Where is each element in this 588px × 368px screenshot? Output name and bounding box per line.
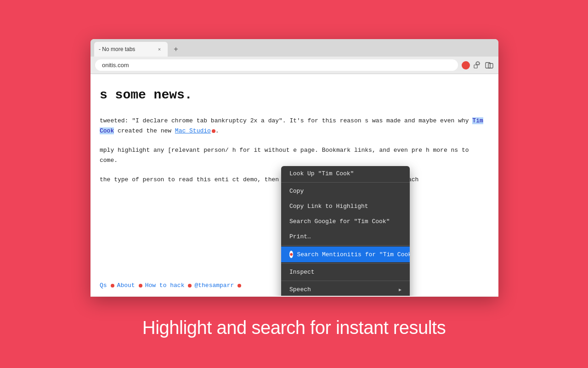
context-menu-item-search-mentionitis-label: Search Mentionitis for "Tim Cook" xyxy=(297,251,410,258)
context-menu-item-print[interactable]: Print… xyxy=(281,229,410,244)
context-menu-item-lookup[interactable]: Look Up "Tim Cook" xyxy=(281,166,410,181)
red-dot-decoration xyxy=(212,129,215,133)
context-menu-item-copy-link[interactable]: Copy Link to Highlight xyxy=(281,199,410,214)
dot-1 xyxy=(111,284,114,288)
page-paragraph-1: tweeted: "I declare chrome tab bankruptc… xyxy=(100,116,489,136)
context-menu-item-search-google[interactable]: Search Google for "Tim Cook" xyxy=(281,214,410,229)
expand-icon[interactable] xyxy=(485,61,494,70)
svg-rect-2 xyxy=(488,63,493,68)
dot-4 xyxy=(237,284,241,288)
paragraph1-end: . xyxy=(215,127,219,134)
page-headline: s some news. xyxy=(100,88,489,102)
tab-close-button[interactable]: × xyxy=(156,46,163,53)
mac-studio-link[interactable]: Mac Studio xyxy=(175,127,211,134)
puzzle-icon[interactable] xyxy=(473,61,482,70)
address-bar-input[interactable] xyxy=(95,59,458,71)
context-menu: Look Up "Tim Cook" Copy Copy Link to Hig… xyxy=(281,166,410,296)
footer-link-qs[interactable]: Qs xyxy=(100,282,107,289)
dot-2 xyxy=(139,284,142,288)
context-menu-divider-3 xyxy=(281,263,410,264)
new-tab-button[interactable]: + xyxy=(170,43,182,56)
context-menu-item-speech[interactable]: Speech ▶ xyxy=(281,282,410,296)
context-menu-item-search-google-label: Search Google for "Tim Cook" xyxy=(289,218,390,225)
svg-rect-0 xyxy=(474,65,477,68)
context-menu-item-copy-link-label: Copy Link to Highlight xyxy=(289,203,368,210)
footer-link-twitter[interactable]: @thesamparr xyxy=(194,282,234,289)
context-menu-divider-1 xyxy=(281,182,410,183)
context-menu-item-speech-label: Speech xyxy=(289,286,311,293)
context-menu-divider-4 xyxy=(281,281,410,281)
context-menu-item-search-mentionitis[interactable]: ● Search Mentionitis for "Tim Cook" xyxy=(281,247,410,262)
record-icon[interactable] xyxy=(462,61,470,69)
context-menu-item-inspect[interactable]: Inspect xyxy=(281,264,410,280)
paragraph1-after: created the new xyxy=(114,127,175,134)
footer-link-howto[interactable]: How to hack xyxy=(145,282,185,289)
footer-link-about[interactable]: About xyxy=(117,282,135,289)
browser-window: - No more tabs × + s so xyxy=(90,39,498,297)
context-menu-item-lookup-label: Look Up "Tim Cook" xyxy=(289,170,354,177)
speech-submenu-arrow: ▶ xyxy=(399,287,401,293)
toolbar-icons xyxy=(462,61,494,70)
page-paragraph-2: mply highlight any [relevant person/ h f… xyxy=(100,145,489,166)
context-menu-item-copy-label: Copy xyxy=(289,188,304,195)
context-menu-item-copy[interactable]: Copy xyxy=(281,184,410,199)
tab-bar: - No more tabs × + xyxy=(90,39,498,57)
bottom-tagline: Highlight and search for instant results xyxy=(0,317,588,338)
tab-title: - No more tabs xyxy=(99,46,152,52)
context-menu-item-search-mentionitis-icon: ● xyxy=(289,251,293,258)
context-menu-item-inspect-label: Inspect xyxy=(289,269,315,276)
browser-tab[interactable]: - No more tabs × xyxy=(94,42,168,57)
context-menu-item-print-label: Print… xyxy=(289,233,311,240)
context-menu-divider-2 xyxy=(281,245,410,246)
dot-3 xyxy=(188,284,192,288)
page-content: s some news. tweeted: "I declare chrome … xyxy=(90,74,498,296)
paragraph1-text: tweeted: "I declare chrome tab bankruptc… xyxy=(100,117,472,124)
address-bar-container xyxy=(90,57,498,74)
